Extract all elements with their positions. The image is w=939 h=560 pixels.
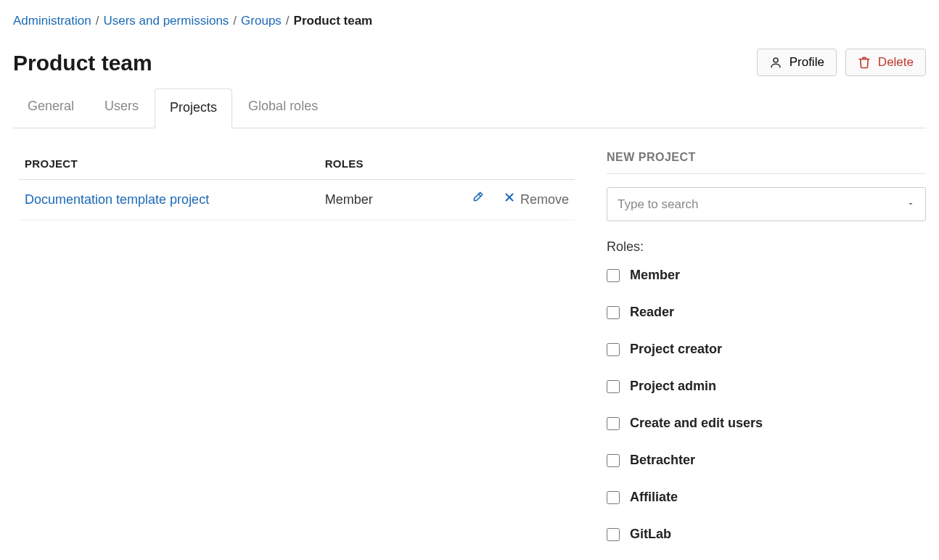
role-affiliate-label: Affiliate <box>630 487 678 507</box>
role-reader[interactable]: Reader <box>607 302 926 322</box>
page-header: Product team Profile Delete <box>13 46 926 79</box>
role-project-admin-label: Project admin <box>630 376 716 396</box>
role-project-creator-checkbox[interactable] <box>607 343 620 356</box>
new-project-title: NEW PROJECT <box>607 149 926 174</box>
chevron-down-icon <box>906 195 915 214</box>
profile-button[interactable]: Profile <box>757 49 837 76</box>
remove-row-button[interactable]: Remove <box>503 190 569 210</box>
page-title: Product team <box>13 46 152 79</box>
role-affiliate-checkbox[interactable] <box>607 491 620 504</box>
breadcrumb-users-permissions[interactable]: Users and permissions <box>103 12 229 30</box>
table-row: Documentation template project Member <box>19 180 575 221</box>
col-header-project: PROJECT <box>19 149 319 180</box>
delete-button[interactable]: Delete <box>845 49 926 76</box>
breadcrumb-separator: / <box>96 12 99 30</box>
new-project-panel: NEW PROJECT Type to search Roles: Member… <box>607 149 926 561</box>
roles-label: Roles: <box>607 237 926 257</box>
header-actions: Profile Delete <box>757 49 926 76</box>
role-reader-checkbox[interactable] <box>607 306 620 319</box>
role-project-admin[interactable]: Project admin <box>607 376 926 396</box>
role-affiliate[interactable]: Affiliate <box>607 487 926 507</box>
breadcrumb-current: Product team <box>294 12 373 30</box>
projects-table: PROJECT ROLES Documentation template pro… <box>19 149 575 221</box>
tabs: General Users Projects Global roles <box>13 88 926 128</box>
role-reader-label: Reader <box>630 302 674 322</box>
role-member[interactable]: Member <box>607 265 926 285</box>
tab-global-roles[interactable]: Global roles <box>248 88 318 128</box>
close-icon <box>503 190 516 210</box>
trash-icon <box>858 56 871 69</box>
col-header-roles: ROLES <box>319 149 442 180</box>
breadcrumb-administration[interactable]: Administration <box>13 12 91 30</box>
role-list: Member Reader Project creator Project ad… <box>607 265 926 544</box>
tab-projects[interactable]: Projects <box>155 88 232 128</box>
role-create-edit-users-label: Create and edit users <box>630 413 763 433</box>
main-content: PROJECT ROLES Documentation template pro… <box>13 149 926 561</box>
svg-point-0 <box>774 58 778 62</box>
project-roles-cell: Member <box>319 180 442 221</box>
role-gitlab[interactable]: GitLab <box>607 524 926 544</box>
role-project-admin-checkbox[interactable] <box>607 380 620 393</box>
role-gitlab-label: GitLab <box>630 524 671 544</box>
role-create-edit-users-checkbox[interactable] <box>607 417 620 430</box>
role-betrachter[interactable]: Betrachter <box>607 450 926 470</box>
user-icon <box>769 56 782 69</box>
role-create-edit-users[interactable]: Create and edit users <box>607 413 926 433</box>
tab-general[interactable]: General <box>28 88 74 128</box>
role-member-label: Member <box>630 265 680 285</box>
project-link[interactable]: Documentation template project <box>25 192 209 207</box>
remove-row-label: Remove <box>520 190 569 210</box>
role-member-checkbox[interactable] <box>607 269 620 282</box>
edit-row-button[interactable] <box>471 190 484 210</box>
project-search-placeholder: Type to search <box>618 195 699 214</box>
tab-users[interactable]: Users <box>104 88 139 128</box>
role-project-creator-label: Project creator <box>630 339 722 359</box>
role-project-creator[interactable]: Project creator <box>607 339 926 359</box>
breadcrumb: Administration / Users and permissions /… <box>13 12 926 30</box>
breadcrumb-groups[interactable]: Groups <box>241 12 282 30</box>
pencil-icon <box>471 190 484 210</box>
breadcrumb-separator: / <box>233 12 237 30</box>
role-betrachter-checkbox[interactable] <box>607 454 620 467</box>
profile-button-label: Profile <box>790 55 824 70</box>
project-search-combo[interactable]: Type to search <box>607 187 926 222</box>
projects-table-container: PROJECT ROLES Documentation template pro… <box>13 149 569 561</box>
role-gitlab-checkbox[interactable] <box>607 528 620 541</box>
delete-button-label: Delete <box>878 55 914 70</box>
role-betrachter-label: Betrachter <box>630 450 695 470</box>
breadcrumb-separator: / <box>286 12 290 30</box>
